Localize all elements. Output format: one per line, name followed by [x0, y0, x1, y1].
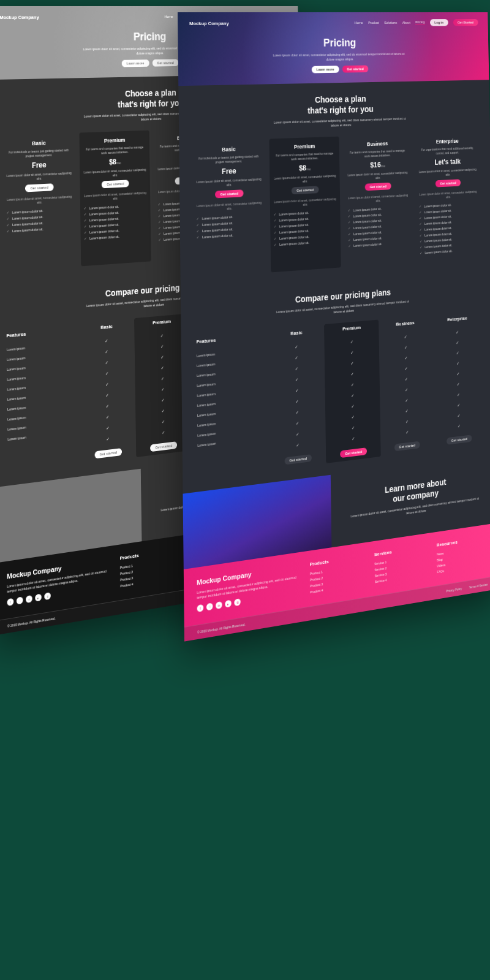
features-header: Features: [7, 327, 77, 338]
youtube-icon[interactable]: ▸: [35, 594, 42, 602]
compare-table: FeaturesLorem ipsumLorem ipsumLorem ipsu…: [194, 310, 485, 479]
hero-section: Mockup Company HomeProductSolutionsAbout…: [178, 12, 489, 86]
nav-link[interactable]: About: [402, 21, 410, 25]
get-started-button[interactable]: Get Started: [453, 19, 478, 26]
plan-desc: For teams and companies that need to man…: [273, 151, 336, 162]
learn-more-button[interactable]: Learn more: [122, 59, 149, 67]
compare-column: Basic ✓✓✓✓✓✓✓✓✓✓ Get started: [268, 324, 326, 470]
compare-column-header: Enterprise: [434, 314, 481, 323]
logo[interactable]: Mockup Company: [189, 20, 229, 26]
compare-column: Basic ✓✓✓✓✓✓✓✓✓✓ Get started: [78, 318, 137, 464]
plan-desc: For individuals or teams just getting st…: [6, 148, 72, 159]
compare-cta-button[interactable]: Get started: [340, 447, 367, 458]
features-column: FeaturesLorem ipsumLorem ipsumLorem ipsu…: [4, 323, 80, 473]
plan-cta-button[interactable]: Get started: [292, 186, 319, 194]
plan-price: $16/mo: [347, 159, 408, 170]
hero-cta-button[interactable]: Get started: [152, 59, 178, 66]
plan-price: $8/mo: [83, 156, 146, 167]
copyright: © 2020 Mockup. All Rights Reserved.: [197, 622, 246, 634]
compare-cta-button[interactable]: Get started: [394, 441, 420, 451]
compare-cta-button[interactable]: Get started: [284, 454, 312, 465]
plans-subtitle: Lorem ipsum dolor sit amet, consectetur …: [270, 116, 409, 130]
logo[interactable]: Mockup Company: [0, 14, 39, 20]
legal-link[interactable]: Privacy Policy: [446, 587, 462, 593]
hero-subtitle: Lorem ipsum dolor sit amet, consectetur …: [269, 51, 408, 63]
plan-feature-intro: Lorem ipsum dolor sit amet, consectetur …: [196, 200, 262, 213]
linkedin-icon[interactable]: in: [216, 601, 222, 609]
plan-cta-button[interactable]: Get started: [215, 189, 243, 198]
plan-cta-button[interactable]: Get started: [25, 183, 53, 192]
plan-note: Lorem ipsum dolor sit amet, consectetur …: [273, 173, 337, 184]
compare-cta-button[interactable]: Get started: [94, 448, 122, 458]
plan-cta-button[interactable]: Get started: [365, 182, 391, 191]
plan-note: Lorem ipsum dolor sit amet, consectetur …: [347, 170, 409, 181]
legal-link[interactable]: Terms of Service: [469, 582, 488, 589]
plan-feature-list: Lorem ipsum dolor sit.Lorem ipsum dolor …: [196, 212, 262, 240]
nav-link[interactable]: Home: [165, 15, 173, 18]
nav-link[interactable]: Home: [355, 21, 363, 25]
compare-column: Premium ✓✓✓✓✓✓✓✓✓✓ Get started: [324, 319, 380, 463]
compare-column: Enterprise ✓✓✓✓✓✓✓✓✓✓ Get started: [431, 310, 485, 449]
copyright: © 2020 Mockup. All Rights Reserved.: [7, 616, 56, 628]
compare-column-header: Basic: [270, 328, 322, 338]
plan-price: Free: [6, 159, 72, 171]
compare-column-header: Basic: [80, 322, 132, 332]
footer-column: Services Service 1Service 2Service 3Serv…: [374, 544, 427, 585]
youtube-icon[interactable]: ▸: [225, 600, 232, 608]
compare-column-header: Premium: [326, 323, 377, 333]
footer-column: Products Product 1Product 2Product 3Prod…: [119, 547, 174, 589]
plan-name: Basic: [6, 139, 72, 147]
plan-note: Lorem ipsum dolor sit amet, consectetur …: [196, 177, 262, 189]
plan-feature-list: Lorem ipsum dolor sit.Lorem ipsum dolor …: [348, 204, 410, 249]
plan-desc: For teams and companies that need to man…: [347, 148, 408, 159]
plan-desc: For teams and companies that need to man…: [83, 145, 146, 156]
nav-link[interactable]: Product: [368, 21, 379, 25]
plan-cta-button[interactable]: Get started: [102, 180, 129, 188]
twitter-icon[interactable]: ♡: [206, 602, 213, 610]
compare-column-header: Premium: [137, 317, 187, 327]
plan-desc: For organizations that need additional s…: [418, 146, 477, 156]
compare-column-header: Business: [381, 319, 430, 329]
plan-card: Enterprise For organizations that need a…: [415, 131, 481, 262]
facebook-icon[interactable]: f: [7, 598, 14, 606]
plan-desc: For individuals or teams just getting st…: [195, 154, 262, 165]
plan-name: Premium: [83, 136, 146, 145]
plan-card: Premium For teams and companies that nee…: [269, 136, 341, 272]
phone-icon[interactable]: ✆: [44, 592, 50, 600]
plan-price: Free: [195, 165, 262, 177]
linkedin-icon[interactable]: in: [26, 595, 32, 603]
plan-note: Lorem ipsum dolor sit amet, consectetur …: [418, 167, 477, 178]
plan-feature-list: Lorem ipsum dolor sit.Lorem ipsum dolor …: [6, 206, 72, 234]
plan-feature-intro: Lorem ipsum dolor sit amet, consectetur …: [6, 194, 72, 207]
plan-card: Basic For individuals or teams just gett…: [192, 139, 266, 278]
features-header: Features: [197, 333, 266, 344]
plan-feature-intro: Lorem ipsum dolor sit amet, consectetur …: [273, 197, 337, 208]
login-button[interactable]: Log in: [430, 19, 448, 26]
plan-feature-list: Lorem ipsum dolor sit.Lorem ipsum dolor …: [273, 208, 337, 248]
plan-name: Business: [347, 140, 408, 148]
compare-cta-button[interactable]: Get started: [447, 435, 472, 444]
plans-title: Choose a planthat's right for you: [191, 91, 478, 120]
learn-more-button[interactable]: Learn more: [312, 66, 339, 73]
compare-column: Business ✓✓✓✓✓✓✓✓✓✓ Get started: [379, 315, 434, 457]
nav-link[interactable]: Pricing: [415, 20, 424, 25]
plan-card: Premium For teams and companies that nee…: [79, 130, 151, 266]
facebook-icon[interactable]: f: [197, 604, 204, 612]
plan-feature-intro: Lorem ipsum dolor sit amet, consectetur …: [419, 189, 478, 200]
plan-cta-button[interactable]: Get started: [435, 179, 461, 187]
plans-section: Choose a planthat's right for you Lorem …: [178, 80, 490, 291]
navbar: Mockup Company HomeProductSolutionsAbout…: [189, 19, 478, 27]
page-title: Pricing: [189, 36, 478, 51]
plan-note: Lorem ipsum dolor sit amet, consectetur …: [6, 171, 72, 183]
features-column: FeaturesLorem ipsumLorem ipsumLorem ipsu…: [194, 329, 270, 479]
compare-cta-button[interactable]: Get started: [150, 441, 177, 452]
hero-cta-button[interactable]: Get started: [342, 65, 368, 72]
plan-price: Let's talk: [418, 156, 477, 167]
plan-name: Enterprise: [418, 137, 477, 145]
plan-feature-list: Lorem ipsum dolor sit.Lorem ipsum dolor …: [83, 202, 147, 241]
nav-link[interactable]: Solutions: [384, 21, 397, 25]
footer-column: Products Product 1Product 2Product 3Prod…: [309, 553, 364, 595]
phone-icon[interactable]: ✆: [234, 598, 240, 606]
plan-name: Premium: [273, 142, 336, 151]
twitter-icon[interactable]: ♡: [17, 596, 23, 604]
